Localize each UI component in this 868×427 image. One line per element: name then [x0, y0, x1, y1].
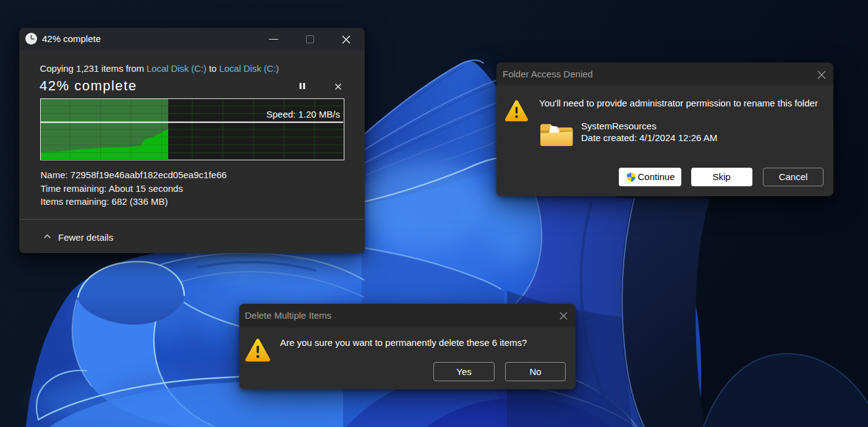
svg-text:Speed: 1.20 MB/s: Speed: 1.20 MB/s	[266, 109, 339, 119]
